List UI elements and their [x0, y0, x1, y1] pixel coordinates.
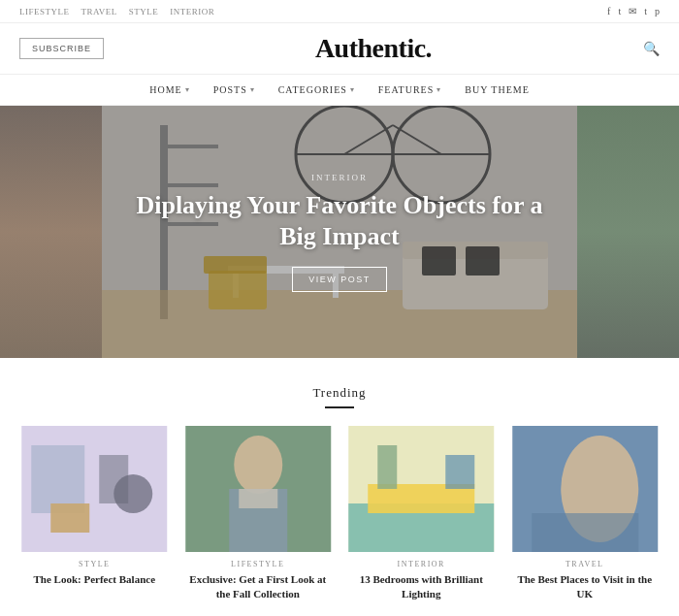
hero-content: INTERIOR Diplaying Your Favorite Objects…	[102, 173, 577, 292]
top-link-lifestyle[interactable]: LIFESTYLE	[19, 7, 70, 16]
top-link-style[interactable]: STYLE	[129, 7, 159, 16]
hero-category: INTERIOR	[131, 173, 548, 182]
trending-section: Trending STYLEThe Look: Perfect Balance …	[0, 358, 679, 616]
hero-title: Diplaying Your Favorite Objects for a Bi…	[131, 190, 548, 253]
tumblr-icon[interactable]: t	[644, 6, 647, 16]
main-nav: HOME▾POSTS▾CATEGORIES▾FEATURES▾BUY THEME	[0, 75, 679, 106]
nav-item-features[interactable]: FEATURES▾	[378, 84, 441, 95]
svg-rect-36	[532, 513, 638, 552]
card-2[interactable]: LIFESTYLEExclusive: Get a First Look at …	[183, 426, 334, 602]
card-category-1: STYLE	[19, 560, 170, 568]
trending-divider	[325, 406, 354, 408]
card-image-inner-4	[510, 426, 661, 552]
card-image-inner-2	[183, 426, 334, 552]
top-link-interior[interactable]: INTERIOR	[170, 7, 214, 16]
svg-rect-21	[31, 445, 84, 513]
social-icons: f t ✉ t p	[607, 6, 660, 16]
nav-item-home[interactable]: HOME▾	[149, 84, 189, 95]
svg-rect-28	[239, 489, 277, 508]
svg-rect-33	[445, 455, 474, 489]
svg-point-26	[234, 436, 282, 494]
site-header: SUBSCRIBE Authentic. 🔍	[0, 23, 679, 75]
trending-header: Trending	[19, 385, 660, 408]
top-nav-links: LIFESTYLETRAVELSTYLEINTERIOR	[19, 7, 214, 16]
hero-side-right-image	[577, 106, 679, 358]
hero-slider: INTERIOR Diplaying Your Favorite Objects…	[0, 106, 679, 358]
cards-grid: STYLEThe Look: Perfect Balance LIFESTYLE…	[19, 426, 660, 602]
site-title: Authentic.	[104, 33, 643, 64]
card-3[interactable]: INTERIOR13 Bedrooms with Brilliant Light…	[346, 426, 497, 602]
hero-side-right	[577, 106, 679, 358]
subscribe-button[interactable]: SUBSCRIBE	[19, 38, 104, 59]
card-title-4: The Best Places to Visit in the UK	[510, 572, 661, 602]
hero-background: INTERIOR Diplaying Your Favorite Objects…	[102, 106, 577, 358]
top-bar: LIFESTYLETRAVELSTYLEINTERIOR f t ✉ t p	[0, 0, 679, 23]
nav-item-categories[interactable]: CATEGORIES▾	[278, 84, 355, 95]
dropdown-arrow: ▾	[350, 85, 355, 94]
card-image-1	[19, 426, 170, 552]
card-title-2: Exclusive: Get a First Look at the Fall …	[183, 572, 334, 602]
hero-side-left	[0, 106, 102, 358]
svg-point-24	[113, 474, 152, 513]
card-image-inner-3	[346, 426, 497, 552]
dropdown-arrow: ▾	[436, 85, 441, 94]
card-category-4: TRAVEL	[510, 560, 661, 568]
card-image-2	[183, 426, 334, 552]
search-icon[interactable]: 🔍	[643, 41, 660, 57]
svg-rect-32	[377, 445, 397, 489]
trending-label: Trending	[19, 385, 660, 401]
svg-rect-23	[50, 503, 89, 533]
nav-item-buy-theme[interactable]: BUY THEME	[465, 84, 530, 95]
twitter-icon[interactable]: t	[618, 6, 621, 16]
top-link-travel[interactable]: TRAVEL	[81, 7, 117, 16]
card-title-1: The Look: Perfect Balance	[19, 572, 170, 587]
dropdown-arrow: ▾	[250, 85, 255, 94]
email-icon[interactable]: ✉	[629, 6, 636, 16]
dropdown-arrow: ▾	[185, 85, 190, 94]
card-1[interactable]: STYLEThe Look: Perfect Balance	[19, 426, 170, 602]
view-post-button[interactable]: VIEW POST	[292, 267, 387, 292]
card-category-2: LIFESTYLE	[183, 560, 334, 568]
card-image-4	[510, 426, 661, 552]
card-image-3	[346, 426, 497, 552]
pinterest-icon[interactable]: p	[655, 6, 660, 16]
facebook-icon[interactable]: f	[607, 6, 610, 16]
hero-main: INTERIOR Diplaying Your Favorite Objects…	[102, 106, 577, 358]
card-category-3: INTERIOR	[346, 560, 497, 568]
card-4[interactable]: TRAVELThe Best Places to Visit in the UK	[510, 426, 661, 602]
nav-item-posts[interactable]: POSTS▾	[213, 84, 255, 95]
card-image-inner-1	[19, 426, 170, 552]
card-title-3: 13 Bedrooms with Brilliant Lighting	[346, 572, 497, 602]
hero-side-left-image	[0, 106, 102, 358]
